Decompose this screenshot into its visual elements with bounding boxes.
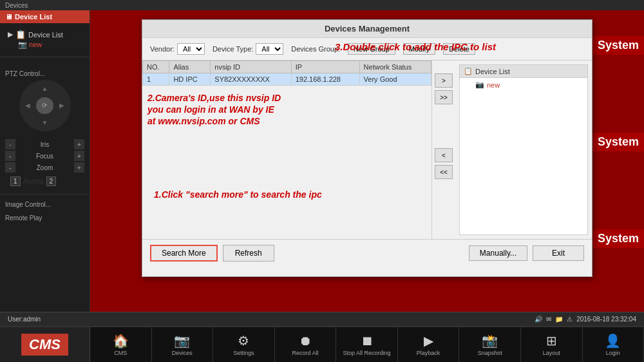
ptz-left[interactable]: ◀ bbox=[19, 97, 37, 115]
status-bar: User:admin 🔊 ✉ 📁 ⚠ 2016-08-18 23:32:04 bbox=[0, 312, 644, 326]
devices-label: Devices bbox=[172, 350, 193, 356]
col-ip: IP bbox=[291, 61, 359, 73]
zoom-plus[interactable]: + bbox=[74, 162, 84, 173]
cell-nvsip: SY82XXXXXXXX bbox=[211, 73, 291, 86]
vendor-select[interactable]: All bbox=[177, 43, 205, 55]
ptz-upleft[interactable] bbox=[19, 80, 37, 97]
delete-btn[interactable]: Delete bbox=[443, 43, 475, 55]
nav-right1[interactable]: > bbox=[435, 73, 453, 88]
new-label: new bbox=[29, 41, 42, 48]
status-icon-4: ⚠ bbox=[567, 316, 573, 323]
taskbar-item-playback[interactable]: ▶ Playback bbox=[398, 327, 460, 362]
stop-recording-label: Stop All Recording bbox=[343, 350, 391, 356]
playback-label: Playback bbox=[417, 350, 440, 356]
image-control[interactable]: Image Control... bbox=[0, 197, 90, 212]
ptz-down[interactable]: ▼ bbox=[36, 114, 53, 131]
status-icon-3: 📁 bbox=[555, 316, 563, 323]
zoom-row: - Zoom + bbox=[5, 162, 84, 173]
ptz-center[interactable]: ⟳ bbox=[36, 97, 53, 115]
dialog-left-panel: NO. Alias nvsip ID IP Network Status bbox=[142, 61, 432, 239]
dialog-toolbar: Vendor: All Device Type: All bbox=[142, 38, 592, 61]
ptz-section: PTZ Control... ▲ ◀ ⟳ ▶ ▼ bbox=[0, 65, 90, 137]
dialog-middle: > >> < << bbox=[432, 61, 455, 239]
focus-plus[interactable]: + bbox=[74, 151, 84, 161]
device-list-tree: 📷 new bbox=[462, 81, 585, 89]
new-device-label: new bbox=[487, 81, 500, 89]
ptz-right[interactable]: ▶ bbox=[53, 97, 71, 115]
devices-group-group: Devices Group: bbox=[291, 45, 340, 53]
taskbar-item-login[interactable]: 👤 Login bbox=[583, 327, 645, 362]
focus-row: - Focus + bbox=[5, 151, 84, 161]
new-icon: 📷 bbox=[18, 41, 27, 48]
main-content: System System System Devices Management … bbox=[90, 10, 644, 312]
device-type-label: Device Type: bbox=[213, 45, 253, 53]
new-group-btn[interactable]: New Group bbox=[348, 43, 395, 55]
dialog-right-header: 📋 Device List bbox=[460, 65, 587, 78]
iris-plus[interactable]: + bbox=[74, 139, 84, 149]
brand-text: CMS bbox=[21, 334, 68, 356]
ptz-upright[interactable] bbox=[53, 80, 71, 97]
table-row[interactable]: 1 HD IPC SY82XXXXXXXX 192.168.1.228 Very… bbox=[143, 73, 431, 86]
title-bar: Devices bbox=[0, 0, 644, 10]
record-all-label: Record All bbox=[292, 350, 318, 356]
zoom-label: Zoom bbox=[37, 164, 53, 171]
sidebar-tree-label: Device List bbox=[28, 31, 63, 39]
taskbar-item-record-all[interactable]: ⏺ Record All bbox=[275, 327, 337, 362]
device-type-group: Device Type: All bbox=[213, 43, 283, 55]
taskbar-brand: CMS bbox=[0, 327, 90, 362]
sidebar-new-item[interactable]: 📷 new bbox=[5, 41, 84, 49]
taskbar-item-layout[interactable]: ⊞ Layout bbox=[521, 327, 583, 362]
nav-left1[interactable]: < bbox=[435, 148, 453, 162]
taskbar-item-devices[interactable]: 📷 Devices bbox=[152, 327, 214, 362]
annotation-2: 2.Camera's ID,use this nvsip IDyou can l… bbox=[147, 92, 334, 128]
taskbar-item-cms[interactable]: 🏠 CMS bbox=[90, 327, 152, 362]
device-list-title: Device List bbox=[475, 68, 510, 75]
focus-minus[interactable]: - bbox=[5, 151, 15, 161]
col-status: Network Status bbox=[359, 61, 431, 73]
device-list-item[interactable]: ▶ 📋 Device List bbox=[5, 28, 84, 41]
record-all-icon: ⏺ bbox=[299, 334, 312, 348]
cms-label: CMS bbox=[114, 350, 127, 356]
zoom-minus[interactable]: - bbox=[5, 162, 15, 173]
taskbar-item-snapshot[interactable]: 📸 Snapshot bbox=[459, 327, 521, 362]
search-more-button[interactable]: Search More bbox=[150, 245, 218, 262]
iris-label: Iris bbox=[41, 141, 49, 148]
device-type-select[interactable]: All bbox=[256, 43, 283, 55]
snapshot-icon: 📸 bbox=[482, 333, 498, 348]
ptz-controls: ▲ ◀ ⟳ ▶ ▼ bbox=[5, 80, 84, 131]
refresh-button[interactable]: Refresh bbox=[223, 245, 274, 262]
iris-minus[interactable]: - bbox=[5, 139, 15, 149]
devices-group-label: Devices Group: bbox=[291, 45, 340, 53]
tree-new-item[interactable]: 📷 new bbox=[462, 81, 585, 89]
iris-focus-zoom: - Iris + - Focus + - Zoom + 1 Assist bbox=[0, 137, 90, 191]
exit-button[interactable]: Exit bbox=[533, 245, 584, 261]
nav-left2[interactable]: << bbox=[435, 165, 453, 179]
ptz-downright[interactable] bbox=[53, 114, 71, 131]
footer-right: Manually... Exit bbox=[469, 245, 584, 261]
ptz-downleft[interactable] bbox=[19, 114, 37, 131]
taskbar-item-settings[interactable]: ⚙ Settings bbox=[213, 327, 275, 362]
ptz-pad: ▲ ◀ ⟳ ▶ ▼ bbox=[19, 80, 71, 131]
col-alias: Alias bbox=[169, 61, 211, 73]
sidebar-icon: 🖥 bbox=[5, 13, 12, 21]
iris-row: - Iris + bbox=[5, 139, 84, 149]
modify-btn[interactable]: Modify bbox=[403, 43, 435, 55]
nav-right2[interactable]: >> bbox=[435, 90, 453, 104]
manually-button[interactable]: Manually... bbox=[469, 245, 527, 261]
divider2 bbox=[0, 194, 90, 195]
ptz-up[interactable]: ▲ bbox=[36, 80, 53, 97]
cell-no: 1 bbox=[143, 73, 169, 86]
vendor-group: Vendor: All bbox=[150, 43, 205, 55]
new-device-icon: 📷 bbox=[475, 81, 484, 89]
device-list-icon: 📋 bbox=[15, 30, 26, 39]
assist-row: 1 Assist 2 bbox=[5, 174, 84, 189]
dialog-body: NO. Alias nvsip ID IP Network Status bbox=[142, 61, 592, 239]
remote-play[interactable]: Remote Play bbox=[0, 212, 90, 224]
status-icon-1: 🔊 bbox=[535, 316, 542, 323]
taskbar-item-stop-recording[interactable]: ⏹ Stop All Recording bbox=[336, 327, 398, 362]
dialog-right-content: 📷 new bbox=[460, 78, 587, 91]
vendor-label: Vendor: bbox=[150, 45, 175, 53]
title-text: Devices bbox=[5, 2, 28, 9]
arrow-icon: → bbox=[440, 0, 452, 2]
col-nvsip: nvsip ID bbox=[211, 61, 291, 73]
